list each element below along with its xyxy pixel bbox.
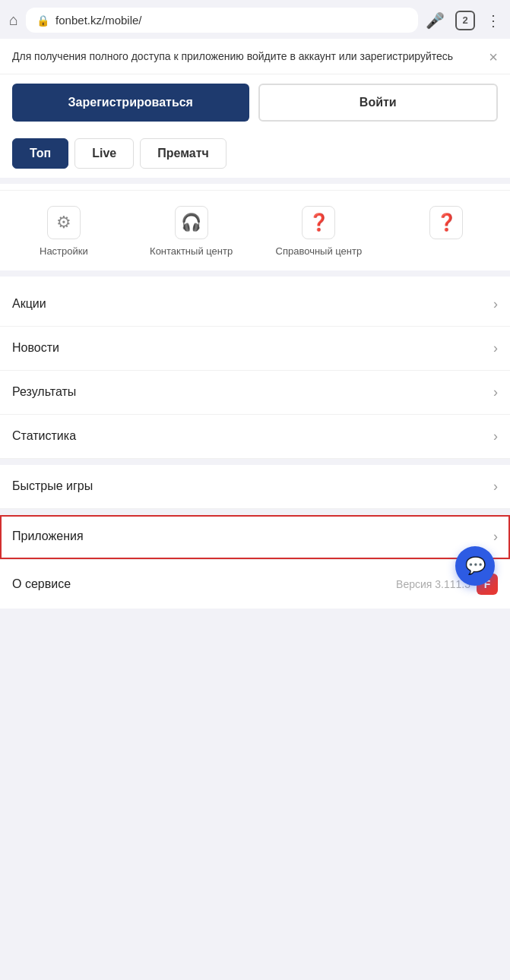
- chevron-right-icon: ›: [493, 529, 498, 545]
- lock-icon: 🔒: [36, 14, 49, 27]
- login-button[interactable]: Войти: [258, 84, 499, 122]
- more-icon: ❓: [429, 206, 463, 239]
- quick-icons: ⚙ Настройки 🎧 Контактный центр ❓ Справоч…: [0, 190, 510, 270]
- notification-text: Для получения полного доступа к приложен…: [12, 49, 489, 65]
- url-bar[interactable]: 🔒 fonbet.kz/mobile/: [26, 8, 418, 33]
- chat-fab-button[interactable]: 💬: [455, 546, 495, 586]
- about-row[interactable]: О сервисе Версия 3.111.3 F: [0, 559, 510, 609]
- menu-list: Акции › Новости › Результаты › Статистик…: [0, 283, 510, 609]
- quick-icon-settings[interactable]: ⚙ Настройки: [0, 203, 128, 261]
- menu-item-results[interactable]: Результаты ›: [0, 371, 510, 415]
- tab-switcher[interactable]: 2: [455, 11, 475, 30]
- menu-item-statistics[interactable]: Статистика ›: [0, 415, 510, 459]
- results-label: Результаты: [12, 385, 76, 399]
- chevron-right-icon: ›: [493, 428, 498, 444]
- quick-icon-contact[interactable]: 🎧 Контактный центр: [128, 203, 255, 261]
- help-label: Справочный центр: [276, 245, 363, 258]
- version-text: Версия 3.111.3: [396, 578, 470, 590]
- news-label: Новости: [12, 341, 59, 355]
- chevron-right-icon: ›: [493, 340, 498, 356]
- menu-item-promotions[interactable]: Акции ›: [0, 283, 510, 327]
- menu-item-apps[interactable]: Приложения ›: [0, 515, 510, 559]
- tabs-bar: Топ Live Прематч: [0, 131, 510, 178]
- close-notification-button[interactable]: ×: [489, 49, 498, 65]
- contact-label: Контактный центр: [150, 245, 233, 258]
- browser-actions: 🎤 2 ⋮: [426, 11, 501, 30]
- microphone-icon[interactable]: 🎤: [426, 11, 445, 30]
- chevron-right-icon: ›: [493, 296, 498, 312]
- about-label: О сервисе: [12, 577, 71, 591]
- menu-item-news[interactable]: Новости ›: [0, 327, 510, 371]
- auth-buttons: Зарегистрироваться Войти: [0, 74, 510, 131]
- main-content: Для получения полного доступа к приложен…: [0, 39, 510, 609]
- tab-top[interactable]: Топ: [12, 138, 68, 169]
- chat-icon: 💬: [465, 556, 486, 576]
- quick-icon-help[interactable]: ❓ Справочный центр: [255, 203, 383, 261]
- promotions-label: Акции: [12, 297, 46, 311]
- quick-games-label: Быстрые игры: [12, 479, 93, 493]
- browser-chrome: ⌂ 🔒 fonbet.kz/mobile/ 🎤 2 ⋮: [0, 0, 510, 39]
- tab-live[interactable]: Live: [74, 138, 134, 169]
- contact-icon: 🎧: [175, 206, 208, 239]
- chevron-right-icon: ›: [493, 479, 498, 495]
- settings-label: Настройки: [40, 245, 88, 258]
- menu-dots-icon[interactable]: ⋮: [486, 11, 501, 30]
- section-gap-1: [0, 178, 510, 184]
- tab-prematch[interactable]: Прематч: [140, 138, 226, 169]
- settings-icon: ⚙: [47, 206, 81, 239]
- notification-banner: Для получения полного доступа к приложен…: [0, 39, 510, 74]
- register-button[interactable]: Зарегистрироваться: [12, 84, 249, 122]
- section-gap-2: [0, 270, 510, 277]
- section-gap-4: [0, 509, 510, 515]
- statistics-label: Статистика: [12, 429, 76, 443]
- help-icon: ❓: [302, 206, 335, 239]
- url-text: fonbet.kz/mobile/: [55, 14, 141, 27]
- quick-icon-more[interactable]: ❓: [382, 203, 510, 261]
- home-icon[interactable]: ⌂: [9, 11, 18, 29]
- apps-label: Приложения: [12, 530, 84, 543]
- section-gap-3: [0, 459, 510, 465]
- menu-item-quick-games[interactable]: Быстрые игры ›: [0, 465, 510, 509]
- chevron-right-icon: ›: [493, 384, 498, 400]
